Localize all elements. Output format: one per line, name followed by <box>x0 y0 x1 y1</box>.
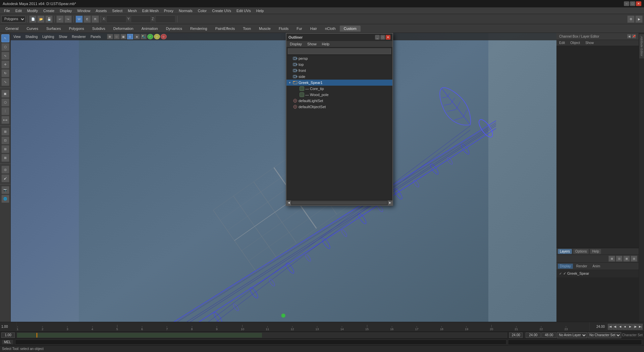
channel-box-collapse-btn[interactable]: ◀ <box>627 34 631 38</box>
outliner-item-side[interactable]: side <box>286 74 392 80</box>
lasso-btn[interactable]: ∿ <box>1 52 9 60</box>
menu-tab-general[interactable]: General <box>1 26 22 32</box>
rotate-tool-btn[interactable]: ↻ <box>1 69 9 77</box>
outliner-help-menu[interactable]: Help <box>320 42 332 46</box>
help-tab[interactable]: Help <box>590 249 601 254</box>
vp-icon-1[interactable]: ⊞ <box>107 34 113 39</box>
rotate-btn[interactable]: E <box>84 15 91 23</box>
view-menu[interactable]: View <box>12 35 22 39</box>
snap-curve-btn[interactable]: ⊞ <box>1 145 9 153</box>
render-settings-btn[interactable]: ⚙ <box>627 15 635 23</box>
display-tab[interactable]: Display <box>558 264 573 269</box>
step-fwd-btn[interactable]: |▶ <box>633 324 638 330</box>
outliner-item-defaultobjectset[interactable]: defaultObjectSet <box>286 104 392 110</box>
outliner-content[interactable]: persptopfrontside▼Greek_Spear1— Core_tip… <box>286 55 392 200</box>
layers-tab[interactable]: Layers <box>558 249 572 254</box>
expand-icon-greek_spear1[interactable]: ▼ <box>288 81 292 85</box>
menu-item-modify[interactable]: Modify <box>24 8 41 13</box>
outliner-minimize-btn[interactable]: _ <box>375 35 380 40</box>
vp-icon-2[interactable]: □ <box>114 34 120 39</box>
menu-tab-subdivs[interactable]: Subdivs <box>88 26 109 32</box>
outliner-scroll-left[interactable]: ◀ <box>286 201 291 205</box>
outliner-close-btn[interactable]: ✕ <box>386 35 390 40</box>
menu-tab-ncloth[interactable]: nCloth <box>321 26 340 32</box>
menu-tab-rendering[interactable]: Rendering <box>186 26 211 32</box>
timeline-ruler[interactable]: 123456789101112131415161718192021222324 <box>17 322 589 331</box>
menu-item-create[interactable]: Create <box>41 8 57 13</box>
attr-editor-tab[interactable]: Attribute Editor <box>639 34 644 58</box>
step-back-btn[interactable]: ◀| <box>613 324 618 330</box>
outliner-titlebar[interactable]: Outliner _ □ ✕ <box>286 34 392 41</box>
channel-box-edit-tab[interactable]: Edit <box>556 40 568 46</box>
vp-yellow-btn[interactable]: ⊙ <box>154 34 160 39</box>
menu-item-assets[interactable]: Assets <box>93 8 109 13</box>
menu-item-window[interactable]: Window <box>74 8 93 13</box>
char-set-selector[interactable]: No Character Set <box>588 332 621 338</box>
menu-item-display[interactable]: Display <box>57 8 74 13</box>
menu-item-create uvs[interactable]: Create UVs <box>209 8 234 13</box>
menu-tab-fur[interactable]: Fur <box>292 26 306 32</box>
menu-tab-dynamics[interactable]: Dynamics <box>162 26 186 32</box>
menu-tab-hair[interactable]: Hair <box>306 26 321 32</box>
menu-tab-surfaces[interactable]: Surfaces <box>42 26 65 32</box>
insert-loop-btn[interactable]: ⟷ <box>1 116 9 124</box>
command-input[interactable] <box>15 340 506 345</box>
open-file-btn[interactable]: 📂 <box>37 15 45 23</box>
render-btn[interactable]: ▶ <box>635 15 643 23</box>
vp-green-btn[interactable]: ✓ <box>147 34 153 39</box>
z-input[interactable] <box>155 15 175 23</box>
move-btn[interactable]: ✛ <box>1 60 9 69</box>
outliner-scrollbar[interactable]: ◀ ▶ <box>286 200 392 205</box>
options-tab[interactable]: Options <box>573 249 589 254</box>
menu-item-normals[interactable]: Normals <box>176 8 195 13</box>
outliner-item-greek_spear1[interactable]: ▼Greek_Spear1 <box>286 80 392 86</box>
timeline-range[interactable] <box>17 333 507 338</box>
layer-tool-1[interactable]: ⊞ <box>608 256 615 262</box>
x-input[interactable] <box>106 15 126 23</box>
expand-icon-side[interactable] <box>288 75 292 79</box>
scale-btn[interactable]: R <box>92 15 99 23</box>
anim-end-input[interactable] <box>541 333 556 338</box>
menu-item-edit uvs[interactable]: Edit UVs <box>234 8 254 13</box>
scale-tool-btn[interactable]: ⤡ <box>1 78 9 86</box>
play-fwd-btn[interactable]: ▶ <box>628 324 633 330</box>
menu-tab-painteffects[interactable]: PaintEffects <box>211 26 239 32</box>
menu-item-color[interactable]: Color <box>195 8 209 13</box>
outliner-search-input[interactable] <box>288 48 391 54</box>
polygon-btn[interactable]: ⬡ <box>1 98 9 106</box>
stop-btn[interactable]: ■ <box>623 324 628 330</box>
nav-btn[interactable]: 🌐 <box>1 195 9 203</box>
menu-tab-polygons[interactable]: Polygons <box>65 26 88 32</box>
menu-tab-toon[interactable]: Toon <box>239 26 255 32</box>
render-tab[interactable]: Render <box>574 264 589 269</box>
greek-spear-entry[interactable]: ✓ ✓ Greek_Spear <box>556 270 639 277</box>
outliner-display-menu[interactable]: Display <box>288 42 304 46</box>
viewport[interactable]: View Shading Lighting Show Renderer Pane… <box>11 33 556 322</box>
vp-wireframe-btn[interactable]: ⊡ <box>127 34 133 39</box>
jump-end-btn[interactable]: ▶| <box>638 324 643 330</box>
menu-item-proxy[interactable]: Proxy <box>161 8 176 13</box>
play-back-btn[interactable]: ◀ <box>618 324 623 330</box>
translate-btn[interactable]: W <box>75 15 83 23</box>
menu-item-edit[interactable]: Edit <box>13 8 24 13</box>
channel-box-object-tab[interactable]: Object <box>568 40 583 46</box>
panels-menu[interactable]: Panels <box>89 35 102 39</box>
vp-icon-6[interactable]: 🔦 <box>141 34 147 39</box>
menu-tab-animation[interactable]: Animation <box>138 26 162 32</box>
range-start-input[interactable] <box>1 333 15 338</box>
layer-tool-3[interactable]: ⊠ <box>623 256 630 262</box>
vp-red-btn[interactable]: ⊙ <box>161 34 167 39</box>
paint-select-btn[interactable]: ⬡ <box>1 43 9 51</box>
anim-start-input[interactable] <box>526 333 541 338</box>
shading-menu[interactable]: Shading <box>24 35 39 39</box>
expand-icon-top[interactable] <box>288 62 292 67</box>
outliner-show-menu[interactable]: Show <box>305 42 319 46</box>
save-file-btn[interactable]: 💾 <box>45 15 53 23</box>
new-file-btn[interactable]: 📄 <box>29 15 37 23</box>
jump-start-btn[interactable]: |◀ <box>608 324 612 330</box>
outliner-maximize-btn[interactable]: □ <box>380 35 385 40</box>
renderer-menu[interactable]: Renderer <box>70 35 87 39</box>
soft-select-btn[interactable]: ◎ <box>1 166 9 174</box>
layer-tool-2[interactable]: ⊡ <box>616 256 623 262</box>
paint-weights-btn[interactable]: 🖌 <box>1 174 9 182</box>
